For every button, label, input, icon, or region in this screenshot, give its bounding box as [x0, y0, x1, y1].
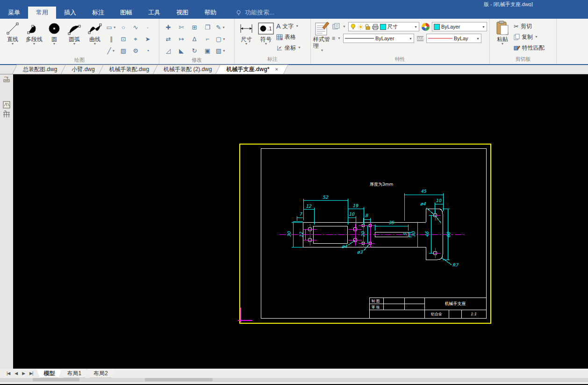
move-icon[interactable]: ✚: [162, 22, 175, 33]
match-properties-button[interactable]: 特性匹配: [514, 43, 545, 52]
construction-line-icon[interactable]: ╱▼: [105, 45, 117, 57]
close-tab-icon[interactable]: ×: [275, 66, 278, 72]
revision-cloud-icon[interactable]: ∿: [129, 22, 142, 33]
coordinate-button[interactable]: 坐标▼: [276, 43, 301, 52]
match-brush-icon: [514, 44, 520, 51]
mirror-icon[interactable]: ∆: [188, 33, 201, 45]
text-button[interactable]: A 文字▼: [276, 22, 301, 31]
sun-icon: [358, 24, 364, 30]
line-button[interactable]: 直线▼: [2, 20, 23, 57]
paste-icon: [495, 21, 509, 36]
3d-box-icon[interactable]: ▣: [201, 45, 214, 57]
rotate-icon[interactable]: ↻: [188, 45, 201, 57]
dimension-label: ø3: [357, 249, 363, 254]
linetype-manager-icon[interactable]: [416, 36, 424, 41]
color-select[interactable]: ByLayer ▼: [432, 22, 487, 31]
linetype-dropdown-arrow[interactable]: ▼: [408, 37, 412, 40]
parallel-lines-icon[interactable]: ∥: [105, 33, 117, 45]
line-icon: [6, 21, 20, 36]
extend-icon[interactable]: ↦: [175, 33, 188, 45]
rectangle-icon[interactable]: ▭▼: [105, 22, 117, 33]
edit-pencil-icon[interactable]: ✎▼: [214, 22, 227, 33]
pointer-arrow-icon[interactable]: ➤: [142, 33, 154, 45]
drawing-canvas[interactable]: 制 图 审 核 机械手支座 铝合金 1:1 厚度为3mm: [0, 74, 588, 369]
array-icon[interactable]: ⊞: [188, 22, 201, 33]
layer-grid-icon[interactable]: [2, 100, 11, 109]
hatch-edit-icon[interactable]: ▧▼: [214, 45, 227, 57]
circle-button[interactable]: 圆▼: [45, 20, 63, 57]
wipeout-icon[interactable]: ◔: [142, 45, 154, 57]
function-search[interactable]: 功能搜索...: [236, 7, 274, 19]
dimension-button[interactable]: 尺寸▼: [237, 20, 256, 56]
menu-tab-帮助[interactable]: 帮助: [196, 7, 224, 19]
dimension-label: 35: [388, 220, 394, 225]
title-bar: 版 - [机械手支座.dwg]: [0, 0, 588, 7]
menu-tab-插入[interactable]: 插入: [56, 7, 84, 19]
lineweight-icon[interactable]: ≡: [332, 35, 335, 42]
layer-select[interactable]: 尺寸 ▼: [348, 22, 419, 31]
ribbon: 直线▼ 多段线▼ 圆▼ 圆弧▼: [0, 19, 588, 65]
layer-dropdown-arrow[interactable]: ▼: [413, 25, 417, 29]
paste-button[interactable]: 粘贴▼: [492, 20, 513, 56]
stretch-icon[interactable]: ⇄: [162, 33, 175, 45]
color-wheel-icon[interactable]: [422, 23, 430, 31]
menu-tab-标注[interactable]: 标注: [84, 7, 112, 19]
plot-stamp-icon[interactable]: [2, 76, 11, 85]
spline-icon: [88, 21, 102, 36]
symbol-button[interactable]: .1 符号▼: [257, 20, 275, 56]
color-dropdown-arrow[interactable]: ▼: [480, 25, 485, 29]
layout-tab-模型[interactable]: 模型: [36, 369, 62, 378]
text-icon: A: [276, 22, 280, 30]
menu-tab-菜单[interactable]: 菜单: [0, 7, 28, 19]
copy-window-icon[interactable]: ❐: [201, 22, 214, 33]
rectangle-edit-icon[interactable]: ▢▼: [214, 33, 227, 45]
circle-icon: [47, 21, 61, 36]
menu-tab-工具[interactable]: 工具: [140, 7, 168, 19]
table-frame-icon[interactable]: [2, 109, 11, 119]
hatch-icon[interactable]: ▨: [117, 45, 129, 57]
dimension-label: 5: [402, 232, 408, 236]
fillet-icon[interactable]: ⌐: [201, 33, 214, 45]
arc-button[interactable]: 圆弧▼: [64, 20, 85, 57]
layout-nav-prev-icon[interactable]: ◀: [14, 371, 17, 376]
spline-button[interactable]: 曲线▼: [86, 20, 104, 57]
panel-clipboard: 粘贴▼ ✂ 剪切 复制▼ 特性匹配: [490, 19, 557, 64]
polyline-button[interactable]: 多段线▼: [24, 20, 44, 57]
point-icon[interactable]: ·: [142, 22, 154, 33]
menu-tab-图幅[interactable]: 图幅: [112, 7, 140, 19]
layout-nav-first-icon[interactable]: |◀: [7, 371, 10, 376]
dimension-label: 60: [446, 232, 451, 238]
offset-icon[interactable]: ◿: [162, 45, 175, 57]
doc-tab-机械手支座.dwg[interactable]: 机械手支座.dwg*×: [217, 65, 287, 74]
layout-tab-布局2[interactable]: 布局2: [86, 369, 115, 378]
doc-tab-机械手装配 (2).dwg[interactable]: 机械手装配 (2).dwg: [154, 65, 221, 74]
gear-icon[interactable]: ⚙: [129, 45, 142, 57]
dimstyle-select[interactable]: ByLay ▼: [426, 34, 481, 43]
dimension-label: 19: [352, 203, 359, 208]
trim-icon[interactable]: ✄: [175, 22, 188, 33]
copy-button[interactable]: 复制▼: [514, 32, 545, 42]
cut-button[interactable]: ✂ 剪切: [514, 22, 545, 31]
doc-tab-小臂.dwg[interactable]: 小臂.dwg: [62, 65, 104, 74]
color-value: ByLayer: [441, 24, 460, 29]
layer-translate-icon[interactable]: [332, 23, 340, 30]
layout-tab-布局1[interactable]: 布局1: [60, 369, 88, 378]
style-manager-button[interactable]: 样式管理▼: [313, 20, 331, 56]
layout-nav-next-icon[interactable]: ▶: [22, 371, 25, 376]
table-button[interactable]: + 表格: [276, 32, 301, 42]
thickness-note: 厚度为3mm: [370, 182, 393, 187]
doc-tab-机械手装配.dwg[interactable]: 机械手装配.dwg: [100, 65, 158, 74]
doc-tab-总装配图.dwg[interactable]: 总装配图.dwg: [14, 65, 66, 74]
region-icon[interactable]: ⊡: [117, 33, 129, 45]
ellipse-icon[interactable]: ○: [117, 22, 129, 33]
command-bar-segment: [145, 378, 213, 381]
document-tab-bar: 总装配图.dwg小臂.dwg机械手装配.dwg机械手装配 (2).dwg机械手支…: [0, 65, 588, 74]
bolt-icon[interactable]: ⌖: [129, 33, 142, 45]
chamfer-icon[interactable]: ◣: [175, 45, 188, 57]
command-bar-edge: [0, 378, 588, 384]
dimstyle-dropdown-arrow[interactable]: ▼: [475, 37, 480, 40]
layout-nav-last-icon[interactable]: ▶|: [29, 371, 33, 376]
menu-tab-常用[interactable]: 常用: [28, 7, 56, 19]
linetype-select[interactable]: ByLayer ▼: [343, 34, 414, 43]
menu-tab-视图[interactable]: 视图: [168, 7, 196, 19]
